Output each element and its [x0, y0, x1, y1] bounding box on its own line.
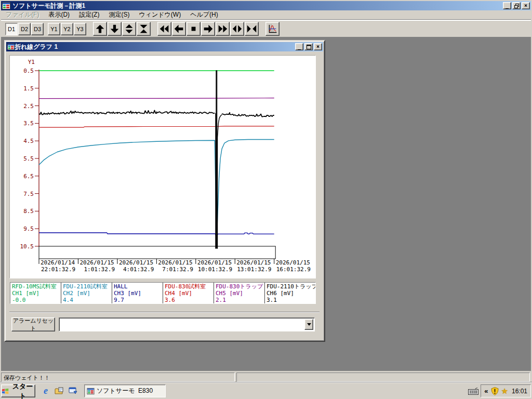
channel-value: -0.0 [12, 297, 61, 303]
desktop-folder-icon[interactable] [54, 386, 64, 396]
compress-vertical-button[interactable] [137, 22, 151, 36]
compress-horizontal-icon [246, 23, 257, 34]
channel-name: FDU-2110試料室 [63, 283, 112, 290]
channel-id: CH5 [mV] [216, 290, 264, 297]
svg-text:9.5: 9.5 [23, 225, 34, 232]
channel-value: 3.6 [165, 297, 214, 303]
start-label: スタート [10, 382, 35, 399]
stop-icon [188, 23, 199, 34]
d3-button[interactable]: D3 [31, 23, 44, 35]
svg-text:1:01:32.9: 1:01:32.9 [84, 266, 115, 273]
channel-legend: RFD-10MS試料室CH1 [mV]-0.0 FDU-2110試料室CH2 [… [10, 282, 316, 304]
channel-value: 9.7 [114, 297, 163, 303]
channel-value: 3.1 [267, 297, 315, 303]
line-chart: Y10.51.52.53.54.55.56.57.58.59.510.52026… [10, 56, 316, 279]
d1-button[interactable]: D1 [5, 23, 18, 35]
graph-minimize-button[interactable]: _ [295, 43, 303, 50]
menu-view[interactable]: 表示(D) [44, 10, 74, 20]
graph-window-icon [7, 43, 15, 50]
scroll-up-icon [95, 23, 105, 34]
alarm-combobox[interactable] [59, 317, 315, 331]
task-button-label: ソフトサーモ E830 [97, 387, 153, 395]
channel-cell-ch2: FDU-2110試料室CH2 [mV]4.4 [61, 283, 112, 303]
fast-forward-button[interactable] [216, 22, 230, 36]
security-shield-icon[interactable] [491, 387, 499, 395]
svg-text:2026/01/15: 2026/01/15 [158, 259, 192, 266]
svg-text:0.5: 0.5 [23, 68, 34, 74]
y3-button[interactable]: Y3 [74, 23, 86, 35]
close-button[interactable]: × [522, 2, 530, 9]
stop-button[interactable] [187, 22, 201, 36]
scroll-left-icon [174, 23, 184, 34]
statusbar: 保存ウェイト！！ [1, 371, 531, 382]
taskbar: スタート e ソフトサーモ E830 « [0, 382, 532, 399]
alarm-combobox-value[interactable] [59, 318, 303, 331]
graph-window-titlebar[interactable]: 折れ線グラフ 1 _ × [6, 42, 323, 51]
alarm-reset-button[interactable]: アラームリセット [11, 317, 55, 331]
channel-id: CH4 [mV] [165, 290, 214, 297]
status-panel-2 [236, 373, 530, 382]
menubar: ファイル(F) 表示(D) 設定(Z) 測定(S) ウィンドウ(W) ヘルプ(H… [1, 10, 531, 20]
scroll-right-icon [203, 23, 214, 34]
svg-text:2026/01/15: 2026/01/15 [197, 259, 232, 266]
start-button[interactable]: スタート [1, 384, 35, 397]
menu-measure[interactable]: 測定(S) [104, 10, 134, 20]
star-icon[interactable]: ★ [501, 387, 508, 396]
compress-vertical-icon [138, 23, 149, 34]
svg-text:10:01:32.9: 10:01:32.9 [198, 266, 232, 273]
channel-cell-ch4: FDU-830試料室CH4 [mV]3.6 [163, 283, 214, 303]
chart-settings-button[interactable] [265, 22, 280, 36]
svg-text:13:01:32.9: 13:01:32.9 [237, 266, 271, 273]
svg-text:2026/01/15: 2026/01/15 [276, 259, 310, 266]
scroll-left-button[interactable] [172, 22, 186, 36]
show-desktop-icon[interactable] [68, 386, 78, 396]
channel-id: CH2 [mV] [63, 290, 112, 297]
fast-rewind-button[interactable] [157, 22, 171, 36]
scroll-right-button[interactable] [201, 22, 215, 36]
compress-horizontal-button[interactable] [245, 22, 259, 36]
restore-icon [514, 4, 519, 8]
task-button-softthermo[interactable]: ソフトサーモ E830 [84, 384, 166, 397]
combobox-dropdown-button[interactable] [304, 319, 313, 330]
y1-button[interactable]: Y1 [48, 23, 60, 35]
internet-explorer-icon[interactable]: e [41, 386, 51, 396]
expand-vertical-icon [124, 23, 135, 34]
menu-file[interactable]: ファイル(F) [1, 10, 44, 20]
menu-help[interactable]: ヘルプ(H) [185, 10, 223, 20]
expand-horizontal-button[interactable] [230, 22, 244, 36]
expand-vertical-button[interactable] [122, 22, 136, 36]
svg-text:5.5: 5.5 [23, 155, 34, 162]
y2-button[interactable]: Y2 [61, 23, 73, 35]
tray-chevron-button[interactable]: « [484, 387, 488, 395]
channel-name: FDU-830試料室 [165, 283, 214, 290]
expand-horizontal-icon [232, 23, 243, 34]
menu-settings[interactable]: 設定(Z) [74, 10, 104, 20]
tray-clock[interactable]: 16:01 [511, 388, 527, 395]
menu-window[interactable]: ウィンドウ(W) [134, 10, 185, 20]
line-chart-panel: Y10.51.52.53.54.55.56.57.58.59.510.52026… [9, 55, 316, 278]
desktop: ソフトサーモ計測－計測1 _ × ファイル(F) 表示(D) 設定(Z) 測定(… [0, 0, 532, 399]
channel-cell-ch5: FDU-830トラップCH5 [mV]2.1 [214, 283, 265, 303]
svg-text:4.5: 4.5 [23, 138, 34, 144]
scroll-up-button[interactable] [93, 22, 107, 36]
channel-value: 2.1 [216, 297, 264, 303]
svg-text:7:01:32.9: 7:01:32.9 [162, 266, 193, 273]
system-tray: « ★ 16:01 [468, 384, 531, 397]
channel-id: CH1 [mV] [12, 290, 61, 297]
d2-button[interactable]: D2 [18, 23, 31, 35]
graph-close-button[interactable]: × [314, 43, 322, 50]
minimize-button[interactable]: _ [503, 2, 511, 9]
toolbar: D1 D2 D3 Y1 Y2 Y3 [1, 20, 531, 37]
scroll-down-button[interactable] [108, 22, 122, 36]
main-titlebar[interactable]: ソフトサーモ計測－計測1 _ × [1, 1, 531, 10]
keyboard-icon[interactable] [468, 388, 478, 395]
channel-id: CH3 [mV] [114, 290, 163, 297]
graph-maximize-button[interactable] [304, 43, 313, 50]
channel-name: RFD-10MS試料室 [12, 283, 61, 290]
restore-button[interactable] [512, 2, 521, 9]
svg-text:2.5: 2.5 [23, 103, 34, 110]
tray-panel: « ★ 16:01 [481, 384, 531, 397]
svg-text:Y1: Y1 [28, 59, 35, 65]
channel-name: HALL [114, 283, 163, 290]
quick-launch: e [41, 386, 78, 396]
